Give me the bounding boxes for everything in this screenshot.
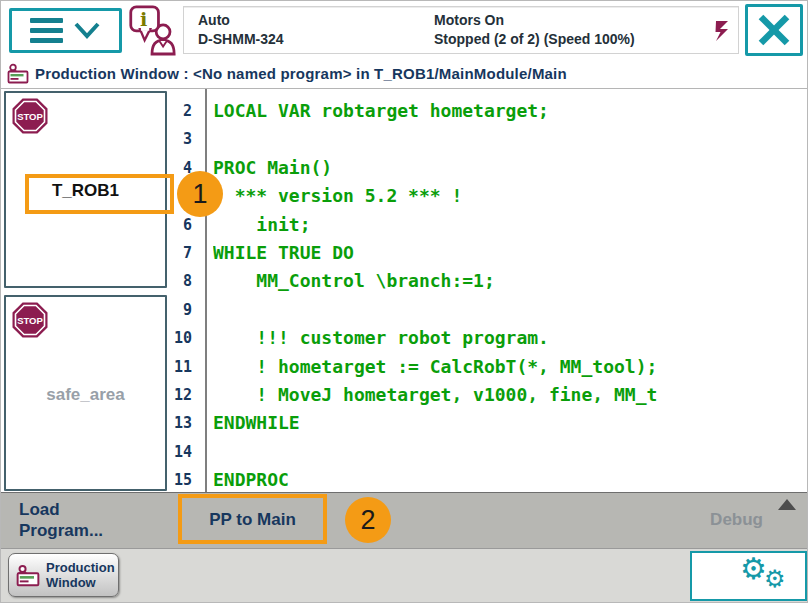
operating-mode: Auto xyxy=(198,12,434,29)
close-button[interactable] xyxy=(745,4,803,56)
gear-icon: ⚙ xyxy=(764,565,786,593)
code-line: ! hometarget := CalcRobT(*, MM_tool); xyxy=(213,353,808,381)
code-line: ENDWHILE xyxy=(213,409,808,437)
code-line xyxy=(213,125,808,153)
svg-text:i: i xyxy=(140,8,147,31)
execution-state: Stopped (2 of 2) (Speed 100%) xyxy=(434,31,738,48)
code-line: !!! customer robot program. xyxy=(213,324,808,352)
line-number: 14 xyxy=(167,438,205,466)
stop-icon: STOP xyxy=(11,97,49,139)
production-window-button[interactable]: Production Window xyxy=(8,553,119,597)
line-number: 15 xyxy=(167,466,205,492)
line-number: 13 xyxy=(167,409,205,437)
quickset-button[interactable]: ⚙ ⚙ xyxy=(690,551,807,601)
scroll-up-icon[interactable] xyxy=(778,499,796,510)
main-menu-button[interactable] xyxy=(9,8,122,53)
code-line: LOCAL VAR robtarget hometarget; xyxy=(213,97,808,125)
code-line xyxy=(213,296,808,324)
window-title: Production Window : <No named program> i… xyxy=(35,65,567,82)
annotation-step-2: 2 xyxy=(345,497,391,543)
top-status-bar: i Auto D-SHMM-324 Motors On Stopped (2 o… xyxy=(1,1,808,58)
gear-icon: ⚙ xyxy=(740,551,767,586)
hamburger-icon xyxy=(30,18,63,43)
lightning-status-icon xyxy=(711,18,731,48)
close-icon xyxy=(756,12,792,48)
controller-name: D-SHMM-324 xyxy=(198,31,434,48)
bottom-menu-bar: Load Program... PP to Main 2 Debug xyxy=(1,492,808,548)
load-program-button[interactable]: Load Program... xyxy=(19,499,131,541)
svg-text:STOP: STOP xyxy=(17,315,43,326)
line-number: 7 xyxy=(167,239,205,267)
annotation-box-1 xyxy=(25,174,174,214)
line-number: 2 xyxy=(167,97,205,125)
code-line: MM_Control \branch:=1; xyxy=(213,267,808,295)
line-number: 9 xyxy=(167,296,205,324)
code-line: ENDPROC xyxy=(213,466,808,492)
flexpendant-screen: i Auto D-SHMM-324 Motors On Stopped (2 o… xyxy=(0,0,808,603)
code-editor[interactable]: LOCAL VAR robtarget hometarget; PROC Mai… xyxy=(209,89,808,492)
stop-icon: STOP xyxy=(11,301,49,343)
code-line: WHILE TRUE DO xyxy=(213,239,808,267)
operator-info-icon: i xyxy=(128,4,176,60)
code-gutter: 2 3 4 5 6 7 8 9 10 11 12 13 14 15 xyxy=(167,89,207,492)
production-window-icon xyxy=(7,63,29,84)
line-number: 11 xyxy=(167,353,205,381)
line-number: 12 xyxy=(167,381,205,409)
task-label-safe-area: safe_area xyxy=(6,385,165,405)
annotation-step-1: 1 xyxy=(177,171,223,217)
line-number: 8 xyxy=(167,267,205,295)
code-line xyxy=(213,438,808,466)
production-window-button-label: Production Window xyxy=(46,560,116,590)
svg-text:STOP: STOP xyxy=(17,111,43,122)
chevron-down-icon xyxy=(73,22,101,40)
code-line: ! *** version 5.2 *** ! xyxy=(213,182,808,210)
taskbar: Production Window ⚙ ⚙ xyxy=(1,548,808,603)
motors-state: Motors On xyxy=(434,12,738,29)
controller-status-panel[interactable]: Auto D-SHMM-324 Motors On Stopped (2 of … xyxy=(183,6,739,54)
annotation-box-2 xyxy=(178,494,327,544)
production-window-icon xyxy=(16,564,40,587)
line-number: 3 xyxy=(167,125,205,153)
main-area: STOP T_ROB1 STOP safe_area 2 3 4 5 6 7 xyxy=(1,89,808,492)
task-card-safe-area[interactable]: STOP safe_area xyxy=(4,295,167,491)
code-line: PROC Main() xyxy=(213,154,808,182)
debug-button[interactable]: Debug xyxy=(710,510,763,530)
line-number: 10 xyxy=(167,324,205,352)
code-line: ! MoveJ hometarget, v1000, fine, MM_t xyxy=(213,381,808,409)
code-line: init; xyxy=(213,211,808,239)
window-titlebar: Production Window : <No named program> i… xyxy=(1,58,808,89)
